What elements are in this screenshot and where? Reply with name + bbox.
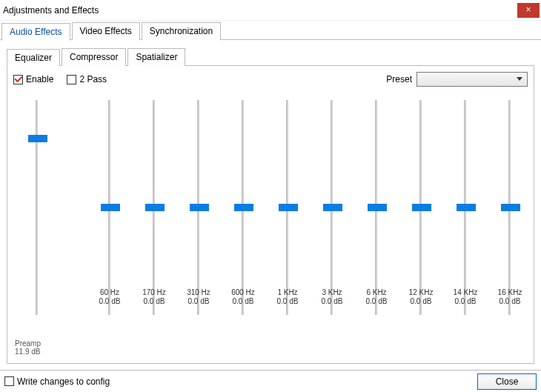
audio-effects-panel: Equalizer Compressor Spatializer Enable … xyxy=(3,44,538,365)
band-slider-8[interactable]: 14 KHz0.0 dB xyxy=(446,100,485,315)
band-freq-label: 6 KHz xyxy=(357,288,396,297)
band-db-label: 0.0 dB xyxy=(357,297,396,306)
band-track xyxy=(464,100,467,315)
band-track xyxy=(286,100,289,315)
band-labels: 16 KHz0.0 dB xyxy=(491,288,529,306)
band-track xyxy=(331,100,333,315)
preamp-slider[interactable] xyxy=(18,100,56,315)
band-slider-9[interactable]: 16 KHz0.0 dB xyxy=(491,100,529,315)
equalizer-panel: Enable 2 Pass Preset 60 Hz0.0 dB170 Hz0.… xyxy=(7,66,534,364)
tab-synchronization[interactable]: Synchronization xyxy=(142,22,221,40)
preamp-value: 11.9 dB xyxy=(15,348,53,356)
band-labels: 170 Hz0.0 dB xyxy=(135,288,173,306)
band-track xyxy=(153,100,156,315)
chevron-down-icon xyxy=(517,77,522,81)
band-thumb[interactable] xyxy=(323,204,342,211)
band-thumb[interactable] xyxy=(101,204,120,211)
outer-tabs: Audio Effects Video Effects Synchronizat… xyxy=(0,22,541,40)
band-slider-7[interactable]: 12 KHz0.0 dB xyxy=(402,100,440,315)
band-db-label: 0.0 dB xyxy=(135,297,173,306)
close-button[interactable]: Close xyxy=(477,373,537,390)
band-freq-label: 3 KHz xyxy=(313,288,351,297)
band-db-label: 0.0 dB xyxy=(402,297,440,306)
band-db-label: 0.0 dB xyxy=(313,297,351,306)
band-slider-0[interactable]: 60 Hz0.0 dB xyxy=(90,100,129,315)
band-db-label: 0.0 dB xyxy=(224,297,262,306)
two-pass-checkbox[interactable] xyxy=(67,75,76,84)
tab-compressor[interactable]: Compressor xyxy=(62,48,126,66)
preamp-track xyxy=(36,100,39,315)
band-labels: 60 Hz0.0 dB xyxy=(90,288,129,306)
band-track xyxy=(419,100,422,315)
preamp-title: Preamp xyxy=(15,339,53,348)
band-labels: 1 KHz0.0 dB xyxy=(268,288,307,306)
tab-audio-effects[interactable]: Audio Effects xyxy=(1,23,70,41)
band-db-label: 0.0 dB xyxy=(446,297,485,306)
equalizer-top-row: Enable 2 Pass Preset xyxy=(7,66,534,87)
preamp-thumb[interactable] xyxy=(28,135,47,142)
band-labels: 3 KHz0.0 dB xyxy=(313,288,351,306)
preset-label: Preset xyxy=(386,74,412,84)
band-labels: 14 KHz0.0 dB xyxy=(446,288,485,306)
band-slider-1[interactable]: 170 Hz0.0 dB xyxy=(135,100,173,315)
tab-video-effects[interactable]: Video Effects xyxy=(72,22,140,40)
band-thumb[interactable] xyxy=(457,204,476,211)
band-freq-label: 1 KHz xyxy=(268,288,307,297)
band-db-label: 0.0 dB xyxy=(268,297,307,306)
preamp-labels: Preamp 11.9 dB xyxy=(15,339,53,356)
band-labels: 12 KHz0.0 dB xyxy=(402,288,440,306)
band-db-label: 0.0 dB xyxy=(491,297,529,306)
titlebar: Adjustments and Effects × xyxy=(0,0,541,21)
tab-spatializer[interactable]: Spatializer xyxy=(127,48,185,66)
band-thumb[interactable] xyxy=(412,204,431,211)
band-db-label: 0.0 dB xyxy=(179,297,218,306)
band-slider-3[interactable]: 600 Hz0.0 dB xyxy=(224,100,262,315)
band-thumb[interactable] xyxy=(279,204,298,211)
band-labels: 600 Hz0.0 dB xyxy=(224,288,262,306)
write-config-checkbox[interactable] xyxy=(4,376,14,386)
band-freq-label: 310 Hz xyxy=(179,288,218,297)
two-pass-label[interactable]: 2 Pass xyxy=(79,74,107,84)
write-config-label[interactable]: Write changes to config xyxy=(17,376,110,387)
band-freq-label: 14 KHz xyxy=(446,288,485,297)
band-slider-5[interactable]: 3 KHz0.0 dB xyxy=(313,100,351,315)
inner-tabs: Equalizer Compressor Spatializer xyxy=(7,48,534,66)
band-track xyxy=(375,100,378,315)
band-thumb[interactable] xyxy=(145,204,165,211)
band-thumb[interactable] xyxy=(501,204,520,211)
band-slider-2[interactable]: 310 Hz0.0 dB xyxy=(179,100,218,315)
band-slider-6[interactable]: 6 KHz0.0 dB xyxy=(357,100,396,315)
bottom-bar: Write changes to config Close xyxy=(0,370,541,392)
band-freq-label: 12 KHz xyxy=(402,288,440,297)
band-track xyxy=(242,100,245,315)
window-close-button[interactable]: × xyxy=(517,3,540,18)
close-icon: × xyxy=(525,4,531,15)
window-title: Adjustments and Effects xyxy=(3,5,517,16)
band-labels: 6 KHz0.0 dB xyxy=(357,288,396,306)
band-freq-label: 170 Hz xyxy=(135,288,173,297)
band-db-label: 0.0 dB xyxy=(90,297,129,306)
band-track xyxy=(108,100,111,315)
band-track xyxy=(508,100,511,315)
enable-label[interactable]: Enable xyxy=(26,74,53,84)
band-thumb[interactable] xyxy=(368,204,387,211)
band-freq-label: 16 KHz xyxy=(491,288,529,297)
band-freq-label: 60 Hz xyxy=(90,288,129,297)
band-thumb[interactable] xyxy=(190,204,209,211)
band-track xyxy=(197,100,200,315)
band-freq-label: 600 Hz xyxy=(224,288,262,297)
band-labels: 310 Hz0.0 dB xyxy=(179,288,218,306)
band-thumb[interactable] xyxy=(234,204,253,211)
preset-select[interactable] xyxy=(416,72,528,87)
enable-checkbox[interactable] xyxy=(13,75,23,84)
tab-equalizer[interactable]: Equalizer xyxy=(7,49,60,67)
equalizer-sliders: 60 Hz0.0 dB170 Hz0.0 dB310 Hz0.0 dB600 H… xyxy=(7,97,534,363)
band-slider-4[interactable]: 1 KHz0.0 dB xyxy=(268,100,307,315)
